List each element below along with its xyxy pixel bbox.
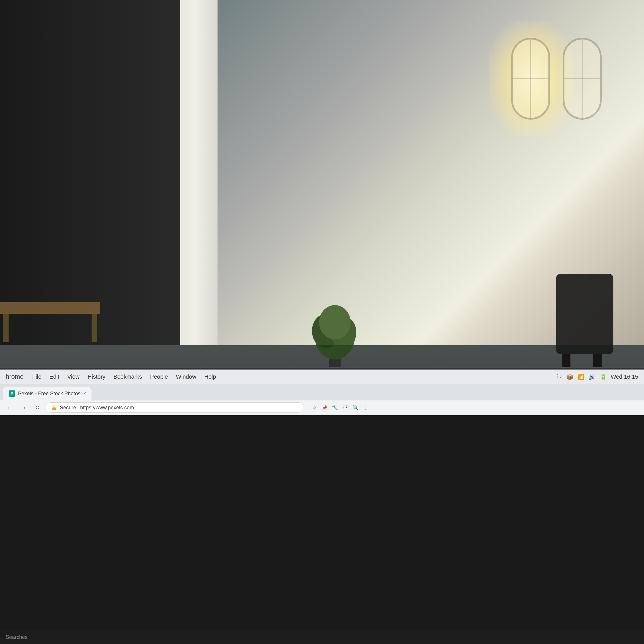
volume-icon: 🔊: [588, 374, 596, 380]
table: [0, 302, 100, 345]
battery-icon: 🔋: [600, 374, 607, 380]
back-icon: ←: [7, 404, 13, 411]
back-button[interactable]: ←: [5, 402, 15, 413]
svg-rect-11: [556, 274, 613, 354]
extension-icons-area: ☆ 📌 🔧 🛡 🔍 ⋮: [310, 403, 370, 412]
wifi-icon: 📶: [577, 374, 584, 380]
dropbox-icon: 📦: [566, 374, 573, 380]
more-options-icon[interactable]: ⋮: [361, 403, 370, 412]
extension-icon-2[interactable]: 🛡: [341, 403, 350, 412]
monitor-area: hrome File Edit View History Bookmarks P…: [0, 367, 644, 644]
menu-people[interactable]: People: [150, 374, 168, 380]
svg-rect-14: [0, 302, 100, 314]
bookmark-star-icon[interactable]: ☆: [310, 403, 319, 412]
chrome-browser: hrome File Edit View History Bookmarks P…: [0, 370, 644, 415]
chrome-tab-bar: P Pexels - Free Stock Photos ×: [0, 384, 644, 400]
tab-title: Pexels - Free Stock Photos: [18, 391, 80, 397]
menu-edit[interactable]: Edit: [50, 374, 59, 380]
office-background: [0, 0, 644, 432]
chrome-menu-items: File Edit View History Bookmarks People …: [32, 374, 216, 380]
address-url: https://www.pexels.com: [80, 405, 134, 411]
refresh-icon: ↻: [35, 404, 40, 411]
shield-icon: 🛡: [556, 374, 562, 380]
menu-window[interactable]: Window: [176, 374, 196, 380]
chrome-system-bar: 🛡 📦 📶 🔊 🔋 Wed 16:15: [556, 370, 638, 384]
forward-button[interactable]: →: [18, 402, 29, 413]
plant: [309, 291, 361, 371]
pinterest-icon[interactable]: 📌: [320, 403, 329, 412]
menu-bookmarks[interactable]: Bookmarks: [113, 374, 142, 380]
taskbar: Searches: [0, 630, 644, 644]
tab-favicon: P: [9, 390, 15, 397]
secure-label: Secure: [60, 405, 76, 411]
chrome-address-bar: ← → ↻ 🔒 Secure https://www.pexels.com ☆ …: [0, 400, 644, 415]
windows-svg: [506, 21, 621, 165]
tab-close-button[interactable]: ×: [83, 391, 86, 396]
extension-icon-1[interactable]: 🔧: [330, 403, 339, 412]
svg-rect-15: [3, 314, 9, 342]
menu-help[interactable]: Help: [204, 374, 216, 380]
menu-file[interactable]: File: [32, 374, 41, 380]
menu-view[interactable]: View: [67, 374, 80, 380]
system-time: Wed 16:15: [611, 374, 638, 380]
chrome-tab-pexels[interactable]: P Pexels - Free Stock Photos ×: [3, 387, 92, 400]
forward-icon: →: [21, 404, 26, 411]
address-bar-field[interactable]: 🔒 Secure https://www.pexels.com: [46, 402, 303, 413]
chrome-app-name: hrome: [6, 373, 23, 380]
menu-history[interactable]: History: [88, 374, 105, 380]
extension-icon-3[interactable]: 🔍: [351, 403, 360, 412]
monitor-border: [0, 367, 644, 370]
refresh-button[interactable]: ↻: [32, 402, 42, 413]
svg-rect-16: [92, 314, 97, 342]
secure-lock-icon: 🔒: [51, 405, 57, 410]
svg-point-10: [319, 305, 351, 339]
chrome-menu-bar: hrome File Edit View History Bookmarks P…: [0, 370, 644, 384]
taskbar-text: Searches: [6, 634, 27, 640]
